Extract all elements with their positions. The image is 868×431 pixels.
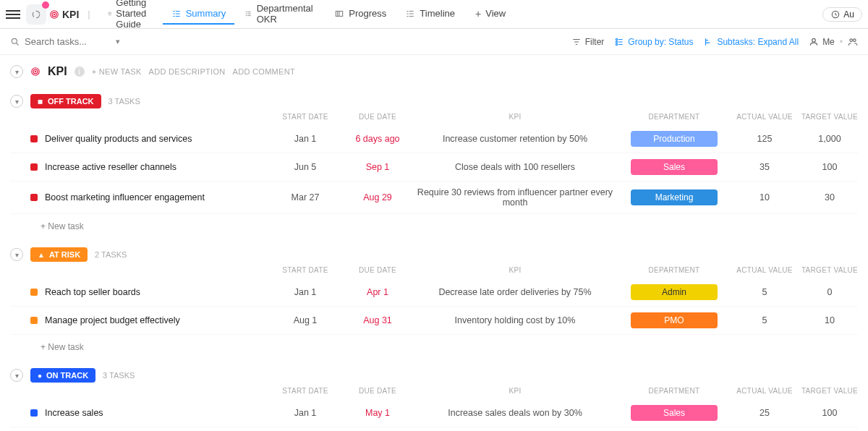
status-pill-icon: ◆ bbox=[35, 96, 45, 106]
due-date: Aug 31 bbox=[341, 315, 414, 325]
collapse-group-button[interactable]: ▾ bbox=[10, 248, 23, 261]
department-pill[interactable]: Production bbox=[631, 131, 718, 147]
tab-getting-started-guide[interactable]: Getting Started Guide bbox=[99, 0, 161, 35]
column-headers: TASKSTART DATEDUE DATEKPIDEPARTMENTACTUA… bbox=[10, 266, 858, 278]
task-count: 3 TASKS bbox=[109, 97, 140, 106]
actual-value: 5 bbox=[732, 287, 797, 297]
list-header: ▾ KPI i + NEW TASK ADD DESCRIPTION ADD C… bbox=[0, 55, 868, 90]
search-input[interactable] bbox=[25, 36, 111, 47]
svg-point-3 bbox=[54, 14, 54, 14]
status-pill-icon: ● bbox=[38, 372, 42, 380]
difference-value: -5 bbox=[862, 287, 868, 297]
difference-value: 75 bbox=[862, 408, 868, 418]
person-icon bbox=[809, 37, 819, 47]
start-date: Jun 5 bbox=[269, 162, 341, 172]
filter-button[interactable]: Filter bbox=[571, 37, 605, 47]
status-group-atrisk: ▾ ▲AT RISK 2 TASKS TASKSTART DATEDUE DAT… bbox=[0, 243, 868, 364]
status-pill[interactable]: ◆OFF TRACK bbox=[30, 94, 101, 108]
task-name: Manage project budget effectively bbox=[30, 315, 269, 325]
department-cell: Admin bbox=[616, 284, 732, 300]
target-value: 30 bbox=[797, 192, 862, 202]
department-cell: Production bbox=[616, 131, 732, 147]
status-pill-icon: ▲ bbox=[38, 251, 45, 259]
status-square-icon bbox=[30, 317, 38, 324]
tab-departmental-okr[interactable]: Departmental OKR bbox=[236, 0, 324, 30]
task-row[interactable]: Deliver quality products and services Ja… bbox=[10, 125, 858, 153]
target-value: 1,000 bbox=[797, 134, 862, 144]
task-name: Boost marketing influencer engagement bbox=[30, 192, 269, 202]
target-icon bbox=[49, 9, 59, 20]
kpi-text: Decrease late order deliveries by 75% bbox=[414, 287, 616, 297]
subtasks-button[interactable]: Subtasks: Expand All bbox=[703, 37, 799, 47]
target-value: 10 bbox=[797, 315, 862, 325]
groupby-button[interactable]: Group by: Status bbox=[614, 37, 693, 47]
svg-point-6 bbox=[12, 38, 17, 43]
status-group-ontrack: ▾ ●ON TRACK 3 TASKS TASKSTART DATEDUE DA… bbox=[0, 364, 868, 431]
kpi-text: Inventory holding cost by 10% bbox=[414, 315, 616, 325]
view-tabs: Getting Started GuideSummaryDepartmental… bbox=[99, 0, 464, 35]
info-icon[interactable]: i bbox=[75, 67, 85, 77]
department-cell: Sales bbox=[616, 159, 732, 175]
task-row[interactable]: Increase active reseller channels Jun 5 … bbox=[10, 153, 858, 182]
collapse-group-button[interactable]: ▾ bbox=[10, 369, 23, 382]
department-cell: Marketing bbox=[616, 189, 732, 205]
search-input-wrapper[interactable]: ▾ bbox=[10, 36, 140, 47]
task-count: 3 TASKS bbox=[103, 371, 135, 380]
menu-icon[interactable] bbox=[6, 10, 20, 19]
target-value: 100 bbox=[797, 162, 862, 172]
filter-icon bbox=[571, 37, 582, 47]
task-name: Increase sales bbox=[30, 408, 269, 418]
collapse-group-button[interactable]: ▾ bbox=[10, 95, 23, 108]
chevron-down-icon[interactable]: ▾ bbox=[116, 37, 120, 46]
task-name: Increase active reseller channels bbox=[30, 162, 269, 172]
task-row[interactable]: Reach top seller boards Jan 1 Apr 1 Decr… bbox=[10, 278, 858, 307]
svg-point-0 bbox=[33, 11, 39, 17]
department-pill[interactable]: Admin bbox=[631, 284, 718, 300]
new-task-button[interactable]: + NEW TASK bbox=[92, 67, 142, 76]
add-description-button[interactable]: ADD DESCRIPTION bbox=[149, 67, 226, 76]
difference-value: 875 bbox=[862, 134, 868, 144]
tab-timeline[interactable]: Timeline bbox=[396, 4, 464, 25]
spinner-icon bbox=[31, 9, 41, 20]
actual-value: 35 bbox=[732, 162, 797, 172]
department-pill[interactable]: PMO bbox=[631, 312, 718, 328]
department-pill[interactable]: Marketing bbox=[631, 189, 718, 205]
task-row[interactable]: Manage project budget effectively Aug 1 … bbox=[10, 307, 858, 335]
add-comment-button[interactable]: ADD COMMENT bbox=[233, 67, 295, 76]
tab-icon bbox=[334, 9, 344, 19]
difference-value: 65 bbox=[862, 162, 868, 172]
status-square-icon bbox=[30, 194, 38, 201]
department-cell: Sales bbox=[616, 405, 732, 421]
add-view-button[interactable]: +View bbox=[467, 4, 514, 25]
people-icon bbox=[848, 37, 858, 47]
new-task-button[interactable]: + New task bbox=[10, 335, 858, 352]
svg-point-8 bbox=[616, 40, 618, 42]
actual-value: 25 bbox=[732, 408, 797, 418]
column-headers: TASKSTART DATEDUE DATEKPIDEPARTMENTACTUA… bbox=[10, 113, 858, 125]
due-date: May 1 bbox=[341, 408, 414, 418]
list-title: KPI bbox=[48, 65, 67, 78]
me-button[interactable]: Me • bbox=[809, 37, 858, 47]
task-row[interactable]: Increase sales Jan 1 May 1 Increase sale… bbox=[10, 399, 858, 427]
loading-chip[interactable] bbox=[26, 4, 46, 25]
svg-point-15 bbox=[35, 71, 35, 72]
department-pill[interactable]: Sales bbox=[631, 159, 718, 175]
svg-point-7 bbox=[616, 38, 618, 40]
tab-icon bbox=[244, 9, 252, 19]
tab-progress[interactable]: Progress bbox=[326, 4, 395, 25]
tab-summary[interactable]: Summary bbox=[163, 4, 235, 25]
task-row[interactable]: Boost marketing influencer engagement Ma… bbox=[10, 182, 858, 214]
new-task-button[interactable]: + New task bbox=[10, 214, 858, 231]
page-title: KPI bbox=[62, 9, 79, 20]
status-pill[interactable]: ●ON TRACK bbox=[30, 368, 95, 383]
subtasks-icon bbox=[703, 37, 713, 47]
automation-button[interactable]: Au bbox=[822, 7, 862, 22]
status-pill[interactable]: ▲AT RISK bbox=[30, 247, 88, 262]
collapse-all-button[interactable]: ▾ bbox=[10, 65, 23, 78]
status-square-icon bbox=[30, 409, 38, 417]
department-cell: PMO bbox=[616, 312, 732, 328]
group-icon bbox=[614, 37, 624, 47]
department-pill[interactable]: Sales bbox=[631, 405, 718, 421]
target-icon bbox=[30, 67, 41, 77]
task-row[interactable]: Create new campaign identity Aug 1 Sep 1… bbox=[10, 427, 858, 431]
